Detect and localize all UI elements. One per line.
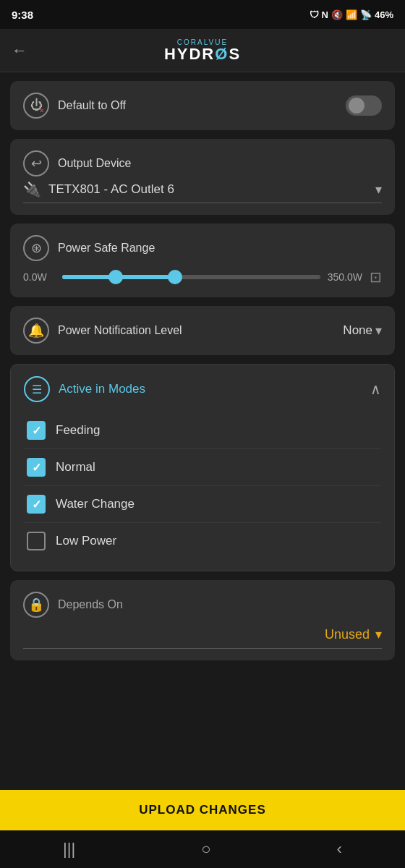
range-expand-icon: ⊡ — [370, 268, 382, 286]
mode-water-change-label: Water Change — [56, 497, 135, 511]
default-to-off-label-row: ⏻✕ Default to Off — [23, 93, 126, 119]
nav-recents-icon[interactable]: ||| — [63, 840, 75, 859]
power-safe-range-row: 0.0W 350.0W ⊡ — [23, 268, 382, 286]
mode-low-power-checkbox[interactable] — [27, 532, 46, 550]
wifi-icon: 📶 — [346, 9, 357, 20]
slider-track — [62, 275, 320, 279]
hydros-label: HYDRØS — [164, 46, 241, 62]
output-device-card: ↩ Output Device 🔌 TETX801 - AC Outlet 6 … — [10, 139, 395, 215]
power-notification-card: 🔔 Power Notification Level None ▾ — [10, 306, 395, 355]
mode-water-change-row[interactable]: Water Change — [24, 485, 381, 522]
default-to-off-card: ⏻✕ Default to Off — [10, 81, 395, 130]
default-to-off-row: ⏻✕ Default to Off — [23, 93, 382, 119]
mode-normal-row[interactable]: Normal — [24, 448, 381, 485]
range-max-label: 350.0W — [328, 271, 362, 283]
depends-on-label: Depends On — [58, 598, 123, 611]
notification-chevron: ▾ — [375, 323, 382, 339]
notification-level-dropdown[interactable]: None ▾ — [343, 323, 382, 339]
output-device-icon: ↩ — [23, 150, 49, 176]
mode-normal-label: Normal — [56, 460, 95, 475]
depends-on-icon: 🔒 — [23, 592, 49, 618]
output-device-label: Output Device — [58, 157, 131, 170]
mode-water-change-checkbox[interactable] — [27, 495, 46, 514]
mute-icon: 🔇 — [331, 9, 343, 20]
power-x-icon: ⏻✕ — [23, 93, 49, 119]
depends-on-header: 🔒 Depends On — [23, 592, 382, 618]
header: ← CORALVUE HYDRØS — [0, 29, 405, 72]
modes-title-row: ☰ Active in Modes — [24, 376, 145, 402]
depends-on-chevron: ▾ — [375, 626, 382, 642]
depends-on-value: Unused — [325, 627, 370, 642]
upload-changes-button[interactable]: UPLOAD CHANGES — [0, 790, 405, 830]
nav-home-icon[interactable]: ○ — [201, 840, 210, 859]
power-range-slider[interactable] — [62, 275, 320, 279]
modes-icon: ☰ — [24, 376, 50, 402]
mode-normal-checkbox[interactable] — [27, 458, 46, 477]
power-notification-label: Power Notification Level — [58, 324, 182, 337]
output-device-dropdown[interactable]: 🔌 TETX801 - AC Outlet 6 ▾ — [23, 181, 382, 203]
slider-thumb-left[interactable] — [108, 270, 123, 284]
nfc-icon: N — [322, 9, 328, 20]
power-safe-range-label: Power Safe Range — [58, 242, 155, 255]
battery-label: 46% — [375, 9, 393, 20]
power-safe-icon: ⊛ — [23, 235, 49, 261]
output-device-value: TETX801 - AC Outlet 6 — [48, 182, 174, 197]
status-bar: 9:38 🛡 N 🔇 📶 📡 46% — [0, 0, 405, 29]
status-time: 9:38 — [12, 9, 33, 21]
modes-title-label: Active in Modes — [59, 382, 145, 396]
modes-collapse-icon[interactable]: ∧ — [370, 380, 381, 398]
output-device-header: ↩ Output Device — [23, 150, 382, 176]
shield-icon: 🛡 — [310, 9, 319, 20]
active-in-modes-card: ☰ Active in Modes ∧ Feeding Normal Water… — [10, 364, 395, 571]
app-logo: CORALVUE HYDRØS — [164, 39, 241, 62]
output-device-value-row: 🔌 TETX801 - AC Outlet 6 — [23, 181, 174, 198]
default-to-off-label: Default to Off — [58, 99, 126, 112]
status-icons: 🛡 N 🔇 📶 📡 46% — [310, 9, 393, 20]
modes-header: ☰ Active in Modes ∧ — [24, 376, 381, 402]
output-device-chevron: ▾ — [375, 182, 382, 197]
nav-back-icon[interactable]: ‹ — [337, 840, 342, 859]
notification-icon: 🔔 — [23, 318, 49, 344]
outlet-icon: 🔌 — [23, 181, 41, 198]
signal-icon: 📡 — [360, 9, 372, 20]
power-notification-label-row: 🔔 Power Notification Level — [23, 318, 182, 344]
depends-on-card: 🔒 Depends On Unused ▾ — [10, 580, 395, 660]
mode-low-power-row[interactable]: Low Power — [24, 522, 381, 559]
back-button[interactable]: ← — [12, 41, 27, 60]
power-safe-range-card: ⊛ Power Safe Range 0.0W 350.0W ⊡ — [10, 224, 395, 297]
slider-thumb-right[interactable] — [168, 270, 182, 284]
depends-on-dropdown[interactable]: Unused ▾ — [23, 626, 382, 649]
range-min-label: 0.0W — [23, 271, 55, 283]
notification-level-value: None — [343, 323, 372, 338]
mode-feeding-checkbox[interactable] — [27, 421, 46, 440]
nav-bar: ||| ○ ‹ — [0, 830, 405, 868]
mode-low-power-label: Low Power — [56, 534, 116, 548]
power-notification-row: 🔔 Power Notification Level None ▾ — [23, 318, 382, 344]
main-content: ⏻✕ Default to Off ↩ Output Device 🔌 TETX… — [0, 72, 405, 790]
default-to-off-toggle[interactable] — [346, 95, 382, 116]
mode-feeding-row[interactable]: Feeding — [24, 412, 381, 448]
power-safe-range-header: ⊛ Power Safe Range — [23, 235, 382, 261]
mode-feeding-label: Feeding — [56, 423, 100, 438]
